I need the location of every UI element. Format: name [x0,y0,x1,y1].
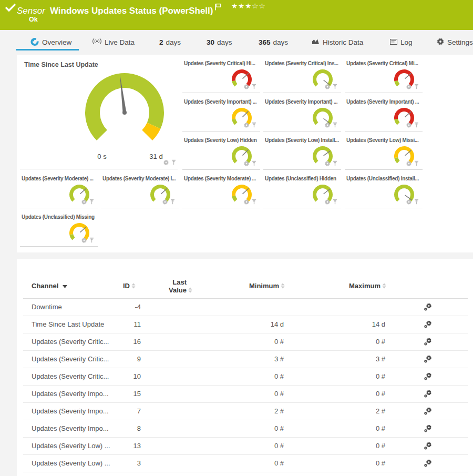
gauge-tile-label: Updates (Severity Important) ... [265,99,337,105]
channel-settings-icon[interactable] [424,407,432,418]
gauge-tile-time-since-last-update: Time Since Last Update 0 s 31 d [20,55,178,169]
gauge-max-label: 31 d [149,153,162,160]
channel-name[interactable]: Downtime [32,299,62,316]
channel-row[interactable]: Updates (Severity Low) ...130 #0 # [23,438,468,455]
gauge-tile-label: Updates (Severity Moderate) I... [102,176,176,181]
tile-gear-icon[interactable] [325,120,330,130]
gauge-tile: Updates (Severity Critical) Mi... [345,55,423,93]
channel-row[interactable]: Updates (Severity Impo...72 #2 # [23,403,468,420]
tile-pin-icon[interactable] [251,82,257,92]
tile-pin-icon[interactable] [89,236,95,245]
channel-row[interactable]: Updates (Severity Critic...160 #0 # [23,333,468,351]
tile-pin-icon[interactable] [89,197,95,207]
channel-minimum: 0 # [223,386,284,402]
tile-pin-icon[interactable] [170,197,176,207]
tile-pin-icon[interactable] [332,82,338,92]
status-check-icon [4,3,17,15]
tile-pin-icon[interactable] [171,158,177,167]
tile-pin-icon[interactable] [414,197,419,207]
channel-settings-icon[interactable] [424,459,432,470]
channel-maximum: 0 # [324,333,385,350]
channel-settings-icon[interactable] [424,355,432,366]
tile-gear-icon[interactable] [81,236,87,245]
channel-row[interactable]: Time Since Last Update1114 d14 d [23,316,468,333]
tile-pin-icon[interactable] [251,197,257,207]
tile-gear-icon[interactable] [325,82,330,92]
gauge-tile: Updates (Severity Low) Hidden [182,132,260,170]
channel-row[interactable]: Downtime-4 [23,299,468,316]
tile-pin-icon[interactable] [251,159,257,168]
channel-settings-icon[interactable] [424,303,432,313]
channel-minimum: 2 # [223,403,284,420]
gauge-icon [30,37,39,47]
column-header-id[interactable]: ID [99,282,136,290]
channel-id: 13 [91,438,141,454]
tile-gear-icon[interactable] [406,159,412,168]
tile-pin-icon[interactable] [251,120,257,130]
channel-id: 7 [91,403,141,420]
channels-table-panel: Channel ID LastValue Minimum Maximum Dow… [17,259,473,476]
channel-id: 15 [91,386,141,402]
channel-minimum: 0 # [223,438,284,454]
gauge-tile: Updates (Severity Critical) Ins... [263,55,341,93]
channel-id: 9 [91,351,141,368]
tab-365-days[interactable]: 365days [259,36,288,48]
tile-gear-icon[interactable] [406,120,412,130]
channel-id: 8 [91,420,141,437]
tab-overview[interactable]: Overview [30,36,71,48]
tile-pin-icon[interactable] [414,159,419,168]
tile-pin-icon[interactable] [414,82,419,92]
priority-rating[interactable]: ★★★☆☆ [231,2,266,10]
column-header-minimum[interactable]: Minimum [232,282,285,290]
page: { "header": { "kind_label": "Sensor", "t… [0,0,473,476]
tab-log[interactable]: Log [390,36,413,48]
sensor-header: SensorWindows Updates Status (PowerShell… [0,0,473,30]
flag-icon[interactable] [215,3,222,13]
area-chart-icon [312,38,320,46]
channel-settings-icon[interactable] [424,442,432,452]
channel-settings-icon[interactable] [424,424,432,435]
tile-gear-icon[interactable] [244,120,249,130]
tab-live-data[interactable]: Live Data [92,36,135,48]
channel-row[interactable]: Updates (Severity Critic...100 #0 # [23,368,468,386]
tab-30-days[interactable]: 30days [207,36,232,48]
tile-gear-icon[interactable] [244,159,249,168]
object-kind-label: Sensor [17,6,45,16]
page-title: Windows Updates Status (PowerShell) [50,6,213,16]
tile-pin-icon[interactable] [332,197,338,207]
tile-gear-icon[interactable] [244,197,249,207]
tile-gear-icon[interactable] [325,159,330,168]
tile-pin-icon[interactable] [332,120,338,130]
gauge-tile-label: Updates (Unclassified) Missing [22,214,95,220]
tile-gear-icon[interactable] [163,158,169,167]
channel-row[interactable]: Updates (Severity Impo...80 #0 # [23,420,468,438]
tab-2-days[interactable]: 2days [159,36,181,48]
broadcast-icon [92,38,101,46]
channel-row[interactable]: Updates (Severity Critic...93 #3 # [23,351,468,368]
channel-settings-icon[interactable] [424,338,432,348]
gauge-tile: Updates (Severity Critical) Hi... [182,55,260,93]
tile-pin-icon[interactable] [332,159,338,168]
gauge-tile-label: Updates (Unclassified) Hidden [265,176,336,181]
tile-gear-icon[interactable] [406,197,412,207]
tile-gear-icon[interactable] [244,82,249,92]
tile-pin-icon[interactable] [414,120,419,130]
tab-settings[interactable]: Settings [437,36,473,48]
channel-row[interactable]: Updates (Severity Low) ...30 #0 # [23,455,468,472]
channel-row[interactable]: Updates (Severity Impo...150 #0 # [23,386,468,403]
column-header-last-value[interactable]: LastValue [148,278,192,294]
tile-gear-icon[interactable] [406,82,412,92]
tile-gear-icon[interactable] [325,197,330,207]
column-header-channel[interactable]: Channel [32,282,67,290]
channel-settings-icon[interactable] [424,320,432,331]
column-header-maximum[interactable]: Maximum [334,282,386,290]
gauge-tile-label: Updates (Severity Low) Missi... [346,137,418,143]
channel-settings-icon[interactable] [424,390,432,400]
tab-historic-data[interactable]: Historic Data [312,36,363,48]
active-tab-indicator [16,49,79,50]
tile-gear-icon[interactable] [162,197,168,207]
tile-gear-icon[interactable] [81,197,87,207]
gauge-tile-label: Updates (Unclassified) Install... [346,176,419,181]
channel-settings-icon[interactable] [424,372,432,383]
gauge-tile: Updates (Unclassified) Install... [345,170,423,208]
